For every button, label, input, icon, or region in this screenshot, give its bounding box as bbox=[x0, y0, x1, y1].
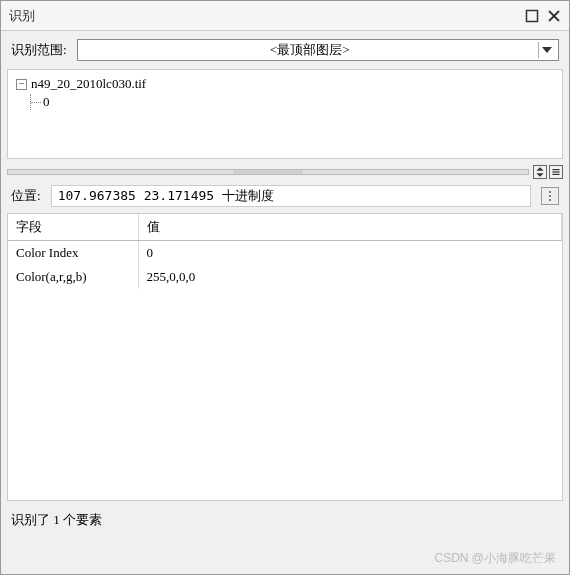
splitter-grip-icon bbox=[233, 170, 303, 174]
splitter-track bbox=[7, 169, 529, 175]
svg-point-9 bbox=[549, 191, 551, 193]
position-label: 位置: bbox=[11, 187, 41, 205]
svg-marker-5 bbox=[536, 173, 543, 177]
layer-tree: − n49_20_2010lc030.tif 0 bbox=[7, 69, 563, 159]
tree-child-label: 0 bbox=[43, 94, 50, 109]
position-value: 107.967385 23.171495 十进制度 bbox=[58, 187, 274, 205]
table-row[interactable]: Color(a,r,g,b) 255,0,0,0 bbox=[8, 265, 562, 289]
splitter[interactable] bbox=[7, 165, 563, 179]
cell-value: 0 bbox=[138, 241, 562, 266]
header-field[interactable]: 字段 bbox=[8, 214, 138, 241]
window-buttons bbox=[525, 9, 561, 23]
svg-marker-3 bbox=[542, 47, 552, 53]
toolbar-icons bbox=[533, 165, 563, 179]
table-row[interactable]: Color Index 0 bbox=[8, 241, 562, 266]
header-value[interactable]: 值 bbox=[138, 214, 562, 241]
scope-row: 识别范围: <最顶部图层> bbox=[1, 31, 569, 69]
svg-point-11 bbox=[549, 199, 551, 201]
expand-icon[interactable] bbox=[533, 165, 547, 179]
svg-point-10 bbox=[549, 195, 551, 197]
cell-field: Color(a,r,g,b) bbox=[8, 265, 138, 289]
title-bar: 识别 bbox=[1, 1, 569, 31]
menu-icon[interactable] bbox=[549, 165, 563, 179]
window-title: 识别 bbox=[9, 7, 525, 25]
close-icon[interactable] bbox=[547, 9, 561, 23]
tree-collapse-icon[interactable]: − bbox=[16, 79, 27, 90]
tree-child[interactable]: 0 bbox=[30, 94, 554, 110]
position-options-icon[interactable] bbox=[541, 187, 559, 205]
status-text: 识别了 1 个要素 bbox=[11, 512, 102, 527]
scope-selected: <最顶部图层> bbox=[82, 41, 538, 59]
svg-marker-4 bbox=[536, 167, 543, 171]
svg-rect-0 bbox=[527, 10, 538, 21]
scope-label: 识别范围: bbox=[11, 41, 67, 59]
table-header-row: 字段 值 bbox=[8, 214, 562, 241]
tree-root-label: n49_20_2010lc030.tif bbox=[31, 76, 146, 92]
position-field[interactable]: 107.967385 23.171495 十进制度 bbox=[51, 185, 531, 207]
scope-dropdown[interactable]: <最顶部图层> bbox=[77, 39, 559, 61]
attribute-table: 字段 值 Color Index 0 Color(a,r,g,b) 255,0,… bbox=[7, 213, 563, 501]
maximize-icon[interactable] bbox=[525, 9, 539, 23]
cell-field: Color Index bbox=[8, 241, 138, 266]
position-row: 位置: 107.967385 23.171495 十进制度 bbox=[1, 181, 569, 211]
watermark: CSDN @小海豚吃芒果 bbox=[434, 550, 556, 567]
status-bar: 识别了 1 个要素 bbox=[1, 503, 569, 537]
tree-root[interactable]: − n49_20_2010lc030.tif bbox=[16, 76, 554, 92]
cell-value: 255,0,0,0 bbox=[138, 265, 562, 289]
chevron-down-icon bbox=[538, 42, 554, 58]
